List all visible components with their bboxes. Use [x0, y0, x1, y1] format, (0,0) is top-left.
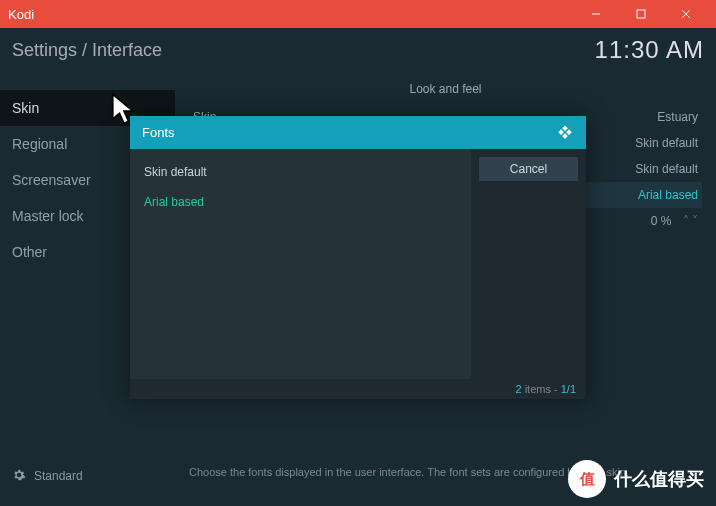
close-button[interactable] — [663, 0, 708, 28]
minimize-button[interactable] — [573, 0, 618, 28]
cancel-button[interactable]: Cancel — [479, 157, 578, 181]
svg-rect-1 — [637, 10, 645, 18]
font-option-skin-default[interactable]: Skin default — [130, 157, 471, 187]
window-controls — [573, 0, 708, 28]
page-indicator: 1/1 — [561, 383, 576, 395]
modal-option-list: Skin default Arial based — [130, 149, 471, 379]
fonts-modal: Fonts Skin default Arial based Cancel 2 … — [130, 116, 586, 399]
kodi-logo-icon — [556, 122, 574, 143]
font-option-arial-based[interactable]: Arial based — [130, 187, 471, 217]
modal-footer: 2 items - 1/1 — [130, 379, 586, 399]
modal-backdrop: Fonts Skin default Arial based Cancel 2 … — [0, 28, 716, 506]
window-title: Kodi — [8, 7, 573, 22]
modal-side: Cancel — [471, 149, 586, 379]
maximize-button[interactable] — [618, 0, 663, 28]
titlebar: Kodi — [0, 0, 716, 28]
modal-header: Fonts — [130, 116, 586, 149]
modal-title: Fonts — [142, 125, 175, 140]
